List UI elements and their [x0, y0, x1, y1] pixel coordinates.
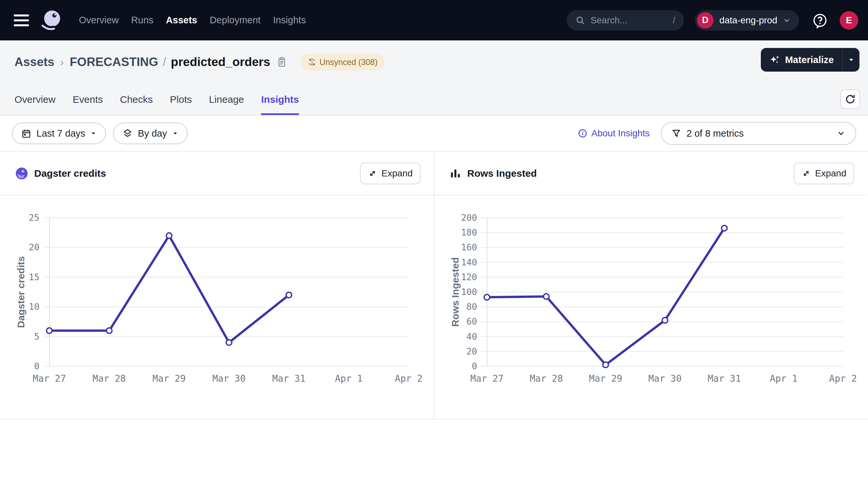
expand-label: Expand	[815, 168, 846, 179]
caret-down-icon	[172, 130, 179, 137]
sync-alert-icon	[308, 58, 316, 66]
tab-plots[interactable]: Plots	[170, 84, 192, 115]
info-icon	[578, 129, 588, 138]
svg-text:Apr 1: Apr 1	[770, 373, 797, 384]
svg-text:20: 20	[466, 346, 477, 356]
metrics-filter-dropdown[interactable]: 2 of 8 metrics	[661, 122, 856, 145]
svg-text:Mar 29: Mar 29	[153, 373, 186, 384]
about-insights-label: About Insights	[591, 128, 650, 139]
svg-text:Mar 30: Mar 30	[648, 373, 681, 384]
menu-button[interactable]	[14, 13, 31, 28]
svg-text:160: 160	[461, 242, 477, 252]
materialize-dropdown-button[interactable]	[842, 48, 859, 71]
asset-tabs: Overview Events Checks Plots Lineage Ins…	[0, 84, 868, 116]
caret-down-icon	[90, 130, 97, 137]
refresh-button[interactable]	[840, 89, 860, 109]
nav-item-assets[interactable]: Assets	[166, 15, 197, 26]
search-shortcut-hint: /	[673, 15, 675, 26]
svg-text:Apr 1: Apr 1	[335, 373, 363, 384]
tab-insights[interactable]: Insights	[261, 84, 299, 115]
svg-text:140: 140	[461, 257, 477, 267]
svg-text:60: 60	[466, 316, 477, 327]
materialize-split-button: Materialize	[761, 48, 859, 71]
funnel-icon	[672, 129, 681, 138]
tab-overview[interactable]: Overview	[14, 84, 55, 115]
insights-filter-bar: Last 7 days By day About Insights 2 of 8…	[0, 116, 868, 152]
chevron-down-icon	[782, 16, 791, 25]
help-button[interactable]	[812, 12, 828, 28]
breadcrumb: Assets › FORECASTING / predicted_orders …	[0, 40, 868, 84]
user-avatar[interactable]: E	[840, 11, 858, 29]
svg-text:Mar 27: Mar 27	[470, 373, 503, 384]
dagster-logo-icon[interactable]	[39, 8, 63, 32]
tab-events[interactable]: Events	[73, 84, 103, 115]
svg-text:Mar 31: Mar 31	[707, 373, 741, 384]
expand-icon	[802, 169, 811, 178]
svg-text:Dagster credits: Dagster credits	[15, 256, 26, 328]
nav-item-runs[interactable]: Runs	[131, 15, 154, 26]
svg-text:Mar 28: Mar 28	[530, 373, 563, 384]
nav-item-insights[interactable]: Insights	[273, 15, 306, 26]
granularity-filter[interactable]: By day	[113, 122, 188, 144]
svg-text:40: 40	[466, 331, 477, 342]
deployment-badge: D	[697, 12, 714, 29]
dagster-credits-icon	[15, 167, 28, 180]
date-range-filter[interactable]: Last 7 days	[12, 122, 106, 144]
sparkles-icon	[769, 54, 780, 65]
refresh-icon	[844, 93, 856, 105]
rows-ingested-line-chart[interactable]: 020406080100120140160180200Mar 27Mar 28M…	[434, 195, 868, 419]
breadcrumb-slash: /	[163, 55, 166, 69]
chart-title: Rows Ingested	[467, 168, 537, 179]
chart-panel-dagster-credits: Dagster credits Expand 0510152025Mar 27M…	[0, 152, 434, 419]
search-input[interactable]: Search... /	[567, 10, 684, 30]
search-placeholder: Search...	[590, 15, 627, 26]
granularity-label: By day	[138, 128, 167, 139]
top-nav: Overview Runs Assets Deployment Insights…	[0, 0, 868, 40]
svg-text:100: 100	[461, 287, 477, 297]
metrics-filter-label: 2 of 8 metrics	[687, 128, 744, 139]
asset-header: Assets › FORECASTING / predicted_orders …	[0, 40, 868, 116]
svg-text:Mar 28: Mar 28	[93, 373, 126, 384]
svg-text:Rows Ingested: Rows Ingested	[450, 257, 461, 327]
svg-text:Mar 27: Mar 27	[33, 373, 66, 384]
clipboard-button[interactable]	[276, 56, 288, 68]
svg-text:10: 10	[29, 302, 39, 312]
breadcrumb-separator: ›	[60, 56, 64, 68]
expand-icon	[368, 169, 377, 178]
help-icon	[812, 12, 828, 28]
insights-charts: Dagster credits Expand 0510152025Mar 27M…	[0, 152, 868, 419]
sync-status-label: Unsynced (308)	[320, 57, 378, 67]
nav-item-overview[interactable]: Overview	[79, 15, 119, 26]
deployment-switcher[interactable]: D data-eng-prod	[695, 10, 799, 30]
svg-text:80: 80	[466, 302, 477, 312]
tab-checks[interactable]: Checks	[120, 84, 153, 115]
asset-name: predicted_orders	[171, 55, 270, 69]
materialize-button[interactable]: Materialize	[761, 48, 842, 71]
svg-text:Apr 2: Apr 2	[395, 373, 422, 384]
expand-button[interactable]: Expand	[794, 162, 854, 184]
svg-text:15: 15	[29, 272, 39, 282]
svg-text:200: 200	[461, 212, 477, 223]
svg-text:25: 25	[29, 212, 39, 223]
chart-title: Dagster credits	[34, 168, 106, 179]
svg-text:Mar 30: Mar 30	[213, 373, 246, 384]
breadcrumb-assets-link[interactable]: Assets	[14, 55, 54, 69]
calendar-icon	[21, 128, 31, 139]
date-range-label: Last 7 days	[37, 128, 85, 139]
svg-text:Apr 2: Apr 2	[829, 373, 857, 384]
svg-text:Mar 31: Mar 31	[272, 373, 305, 384]
nav-item-deployment[interactable]: Deployment	[210, 15, 261, 26]
search-icon	[575, 15, 585, 25]
svg-text:0: 0	[472, 361, 477, 371]
dagster-credits-line-chart[interactable]: 0510152025Mar 27Mar 28Mar 29Mar 30Mar 31…	[0, 195, 434, 419]
sync-status-badge[interactable]: Unsynced (308)	[301, 54, 385, 70]
chart-panel-header: Dagster credits Expand	[0, 152, 434, 195]
about-insights-link[interactable]: About Insights	[578, 128, 650, 139]
tab-lineage[interactable]: Lineage	[209, 84, 244, 115]
svg-text:0: 0	[34, 361, 39, 371]
caret-down-icon	[847, 56, 855, 63]
breadcrumb-group-link[interactable]: FORECASTING	[70, 55, 158, 69]
svg-text:120: 120	[461, 272, 477, 282]
expand-button[interactable]: Expand	[360, 162, 421, 184]
chart-panel-rows-ingested: Rows Ingested Expand 0204060801001201401…	[434, 152, 867, 419]
